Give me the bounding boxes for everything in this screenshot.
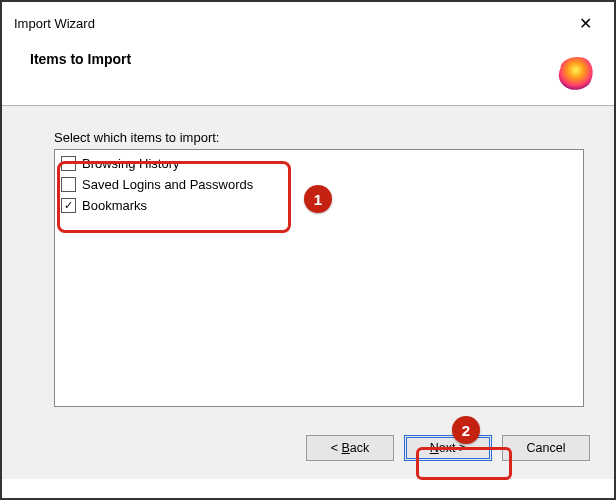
checkbox[interactable] xyxy=(61,177,76,192)
checkbox[interactable] xyxy=(61,198,76,213)
checkbox-label: Bookmarks xyxy=(82,198,147,213)
checkbox-label: Saved Logins and Passwords xyxy=(82,177,253,192)
titlebar: Import Wizard ✕ xyxy=(2,2,614,41)
next-button[interactable]: Next > xyxy=(404,435,492,461)
prompt-label: Select which items to import: xyxy=(54,130,584,145)
items-listbox: Browsing History Saved Logins and Passwo… xyxy=(54,149,584,407)
close-icon[interactable]: ✕ xyxy=(569,10,602,37)
footer: < Back Next > Cancel xyxy=(2,425,614,479)
content-area: Select which items to import: Browsing H… xyxy=(2,106,614,425)
list-item[interactable]: Saved Logins and Passwords xyxy=(59,175,255,194)
page-title: Items to Import xyxy=(30,51,131,67)
checkbox-label: Browsing History xyxy=(82,156,180,171)
firefox-icon xyxy=(554,51,596,93)
window-title: Import Wizard xyxy=(14,16,95,31)
checkbox[interactable] xyxy=(61,156,76,171)
header: Items to Import xyxy=(2,41,614,106)
list-item[interactable]: Bookmarks xyxy=(59,196,255,215)
list-item[interactable]: Browsing History xyxy=(59,154,255,173)
cancel-button[interactable]: Cancel xyxy=(502,435,590,461)
back-button[interactable]: < Back xyxy=(306,435,394,461)
checkbox-group: Browsing History Saved Logins and Passwo… xyxy=(59,154,255,217)
